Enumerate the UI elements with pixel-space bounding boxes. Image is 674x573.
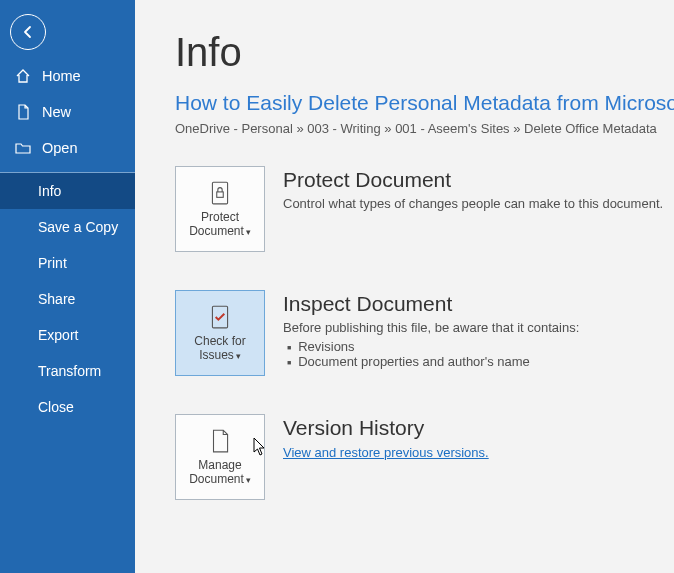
sidebar-item-transform[interactable]: Transform xyxy=(0,353,135,389)
list-item: Document properties and author's name xyxy=(301,354,579,369)
section-heading: Inspect Document xyxy=(283,292,579,316)
check-doc-icon xyxy=(207,304,233,330)
sidebar-item-close[interactable]: Close xyxy=(0,389,135,425)
back-button[interactable] xyxy=(10,14,46,50)
list-item: Revisions xyxy=(301,339,579,354)
sidebar-item-share[interactable]: Share xyxy=(0,281,135,317)
sidebar-item-label: Home xyxy=(42,68,81,84)
svg-rect-1 xyxy=(217,192,224,197)
section-version-history: Manage Document▾ Version History View an… xyxy=(175,414,674,500)
inspect-items-list: Revisions Document properties and author… xyxy=(283,339,579,369)
home-icon xyxy=(14,68,32,84)
inspect-document-description: Inspect Document Before publishing this … xyxy=(283,290,579,369)
sidebar-item-label: Info xyxy=(38,183,61,199)
sidebar-item-label: Transform xyxy=(38,363,101,379)
sidebar-item-save-a-copy[interactable]: Save a Copy xyxy=(0,209,135,245)
manage-document-button[interactable]: Manage Document▾ xyxy=(175,414,265,500)
section-heading: Protect Document xyxy=(283,168,663,192)
section-body: Control what types of changes people can… xyxy=(283,196,663,211)
section-protect-document: Protect Document▾ Protect Document Contr… xyxy=(175,166,674,252)
sidebar-item-label: Print xyxy=(38,255,67,271)
sidebar-item-home[interactable]: Home xyxy=(0,58,135,94)
tile-label: Manage Document▾ xyxy=(176,458,264,487)
view-versions-link[interactable]: View and restore previous versions. xyxy=(283,445,489,460)
sidebar-item-label: Save a Copy xyxy=(38,219,118,235)
check-for-issues-button[interactable]: Check for Issues▾ xyxy=(175,290,265,376)
sidebar-item-info[interactable]: Info xyxy=(0,173,135,209)
sidebar-item-export[interactable]: Export xyxy=(0,317,135,353)
sidebar-item-label: Share xyxy=(38,291,75,307)
doc-icon xyxy=(207,428,233,454)
lock-doc-icon xyxy=(207,180,233,206)
sidebar-item-new[interactable]: New xyxy=(0,94,135,130)
sidebar-item-label: New xyxy=(42,104,71,120)
sidebar-item-open[interactable]: Open xyxy=(0,130,135,166)
sidebar-item-label: Export xyxy=(38,327,78,343)
sidebar-item-label: Open xyxy=(42,140,77,156)
sidebar-item-label: Close xyxy=(38,399,74,415)
new-doc-icon xyxy=(14,104,32,120)
tile-label: Check for Issues▾ xyxy=(176,334,264,363)
page-title: Info xyxy=(175,30,674,75)
svg-rect-0 xyxy=(212,182,227,204)
section-inspect-document: Check for Issues▾ Inspect Document Befor… xyxy=(175,290,674,376)
section-heading: Version History xyxy=(283,416,489,440)
version-history-description: Version History View and restore previou… xyxy=(283,414,489,460)
sidebar-item-print[interactable]: Print xyxy=(0,245,135,281)
protect-document-description: Protect Document Control what types of c… xyxy=(283,166,663,215)
document-title: How to Easily Delete Personal Metadata f… xyxy=(175,91,674,115)
open-folder-icon xyxy=(14,140,32,156)
section-body: Before publishing this file, be aware th… xyxy=(283,320,579,335)
info-pane: Info How to Easily Delete Personal Metad… xyxy=(135,0,674,573)
back-arrow-icon xyxy=(20,24,36,40)
tile-label: Protect Document▾ xyxy=(176,210,264,239)
backstage-sidebar: Home New Open Info Save a Copy Print Sha… xyxy=(0,0,135,573)
breadcrumb: OneDrive - Personal » 003 - Writing » 00… xyxy=(175,121,674,136)
protect-document-button[interactable]: Protect Document▾ xyxy=(175,166,265,252)
